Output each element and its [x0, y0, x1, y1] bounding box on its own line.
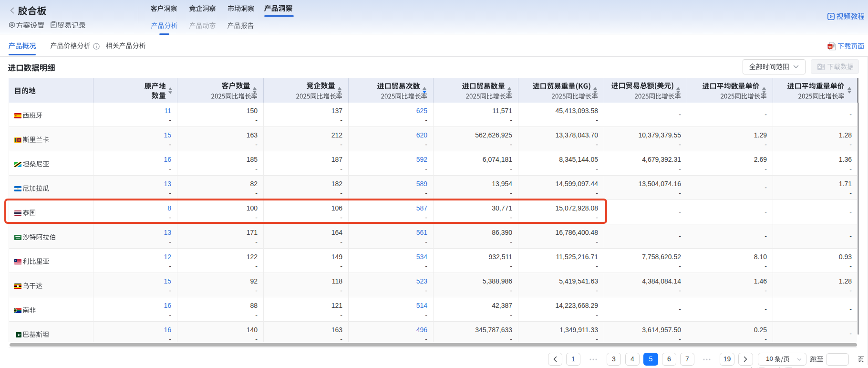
svg-text:PDF: PDF: [828, 45, 833, 48]
